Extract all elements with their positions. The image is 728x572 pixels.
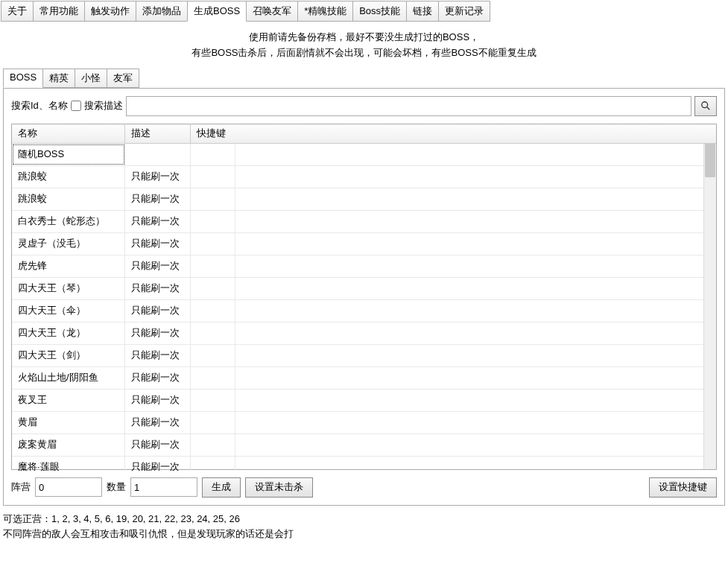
cell-desc: 只能刷一次 (125, 322, 191, 344)
cell-name: 灵虚子（没毛） (12, 233, 125, 255)
cell-desc: 只能刷一次 (125, 166, 191, 188)
cell-name: 废案黄眉 (12, 434, 125, 456)
cell-hotkey (191, 367, 235, 389)
main-tab-3[interactable]: 添加物品 (136, 1, 188, 22)
set-not-killed-button[interactable]: 设置未击杀 (245, 477, 313, 498)
footer-line-2: 不同阵营的敌人会互相攻击和吸引仇恨，但是发现玩家的话还是会打 (3, 527, 725, 542)
table-body: 随机BOSS跳浪蛟只能刷一次跳浪蛟只能刷一次白衣秀士（蛇形态）只能刷一次灵虚子（… (12, 144, 716, 471)
boss-table: 名称 描述 快捷键 随机BOSS跳浪蛟只能刷一次跳浪蛟只能刷一次白衣秀士（蛇形态… (11, 124, 717, 470)
main-tab-2[interactable]: 触发动作 (84, 1, 136, 22)
table-row[interactable]: 废案黄眉只能刷一次 (12, 434, 716, 457)
cell-desc: 只能刷一次 (125, 457, 191, 471)
table-row[interactable]: 夜叉王只能刷一次 (12, 390, 716, 412)
sub-tab-bar: BOSS精英小怪友军 (0, 69, 728, 88)
cell-desc: 只能刷一次 (125, 233, 191, 255)
info-text: 使用前请先备份存档，最好不要没生成打过的BOSS， 有些BOSS击杀后，后面剧情… (0, 22, 728, 69)
camp-input[interactable] (35, 477, 102, 497)
main-tab-1[interactable]: 常用功能 (33, 1, 85, 22)
cell-desc: 只能刷一次 (125, 367, 191, 389)
cell-desc: 只能刷一次 (125, 300, 191, 322)
cell-name: 火焰山土地/阴阳鱼 (12, 367, 125, 389)
cell-name: 四大天王（龙） (12, 322, 125, 344)
count-input[interactable] (130, 477, 197, 497)
cell-hotkey (191, 233, 235, 255)
main-tab-6[interactable]: *精魄技能 (297, 1, 353, 22)
table-row[interactable]: 白衣秀士（蛇形态）只能刷一次 (12, 211, 716, 233)
search-desc-checkbox[interactable] (71, 101, 81, 111)
table-row[interactable]: 黄眉只能刷一次 (12, 412, 716, 434)
table-header: 名称 描述 快捷键 (12, 124, 716, 144)
info-line-1: 使用前请先备份存档，最好不要没生成打过的BOSS， (0, 30, 728, 45)
count-label: 数量 (107, 480, 126, 494)
svg-line-1 (707, 107, 710, 110)
cell-hotkey (191, 457, 235, 471)
cell-hotkey (191, 412, 235, 433)
cell-hotkey (191, 278, 235, 299)
table-row[interactable]: 灵虚子（没毛）只能刷一次 (12, 233, 716, 255)
cell-hotkey (191, 255, 235, 277)
search-id-name-label: 搜索Id、名称 (11, 99, 68, 112)
search-button[interactable] (694, 96, 717, 116)
footer-text: 可选正营：1, 2, 3, 4, 5, 6, 19, 20, 21, 22, 2… (0, 506, 728, 543)
cell-name: 夜叉王 (12, 390, 125, 411)
content-panel: 搜索Id、名称 搜索描述 名称 描述 快捷键 随机BOSS跳浪蛟只能刷一次跳浪蛟… (3, 88, 725, 506)
col-header-hotkey[interactable]: 快捷键 (191, 124, 235, 143)
camp-label: 阵营 (11, 480, 31, 494)
cell-name: 白衣秀士（蛇形态） (12, 211, 125, 232)
set-hotkey-button[interactable]: 设置快捷键 (649, 477, 717, 498)
table-row[interactable]: 四大天王（伞）只能刷一次 (12, 300, 716, 322)
generate-button[interactable]: 生成 (202, 477, 241, 498)
table-row[interactable]: 跳浪蛟只能刷一次 (12, 188, 716, 211)
cell-desc: 只能刷一次 (125, 211, 191, 232)
main-tab-4[interactable]: 生成BOSS (187, 1, 247, 22)
table-row[interactable]: 火焰山土地/阴阳鱼只能刷一次 (12, 367, 716, 390)
main-tab-5[interactable]: 召唤友军 (246, 1, 298, 22)
table-row[interactable]: 四大天王（剑）只能刷一次 (12, 345, 716, 367)
cell-hotkey (191, 188, 235, 210)
col-header-desc[interactable]: 描述 (125, 124, 191, 143)
cell-desc: 只能刷一次 (125, 434, 191, 456)
main-tab-bar: 关于常用功能触发动作添加物品生成BOSS召唤友军*精魄技能Boss技能链接更新记… (0, 0, 728, 22)
cell-hotkey (191, 300, 235, 322)
table-row[interactable]: 魔将·莲眼只能刷一次 (12, 457, 716, 471)
cell-desc (125, 144, 191, 165)
cell-hotkey (191, 211, 235, 232)
footer-line-1: 可选正营：1, 2, 3, 4, 5, 6, 19, 20, 21, 22, 2… (3, 512, 725, 527)
cell-name: 四大天王（剑） (12, 345, 125, 366)
table-row[interactable]: 虎先锋只能刷一次 (12, 255, 716, 278)
cell-name: 虎先锋 (12, 255, 125, 277)
cell-desc: 只能刷一次 (125, 278, 191, 299)
table-row[interactable]: 跳浪蛟只能刷一次 (12, 166, 716, 188)
sub-tab-2[interactable]: 小怪 (75, 69, 107, 88)
cell-name: 四大天王（伞） (12, 300, 125, 322)
sub-tab-3[interactable]: 友军 (107, 69, 139, 88)
search-row: 搜索Id、名称 搜索描述 (11, 96, 717, 116)
main-tab-0[interactable]: 关于 (1, 1, 34, 22)
sub-tab-0[interactable]: BOSS (3, 69, 43, 88)
search-icon (700, 101, 711, 111)
cell-desc: 只能刷一次 (125, 345, 191, 366)
main-tab-7[interactable]: Boss技能 (352, 1, 407, 22)
cell-hotkey (191, 322, 235, 344)
main-tab-8[interactable]: 链接 (406, 1, 439, 22)
col-header-name[interactable]: 名称 (12, 124, 125, 143)
cell-hotkey (191, 166, 235, 188)
cell-hotkey (191, 345, 235, 366)
search-input[interactable] (126, 96, 691, 116)
main-tab-9[interactable]: 更新记录 (438, 1, 490, 22)
table-row[interactable]: 四大天王（琴）只能刷一次 (12, 278, 716, 300)
cell-desc: 只能刷一次 (125, 188, 191, 210)
table-row[interactable]: 随机BOSS (12, 144, 716, 166)
scrollbar[interactable] (703, 144, 716, 469)
scrollbar-thumb[interactable] (705, 144, 715, 177)
cell-desc: 只能刷一次 (125, 255, 191, 277)
cell-desc: 只能刷一次 (125, 412, 191, 433)
table-row[interactable]: 四大天王（龙）只能刷一次 (12, 322, 716, 345)
cell-name: 黄眉 (12, 412, 125, 433)
cell-name: 随机BOSS (12, 144, 125, 165)
cell-hotkey (191, 434, 235, 456)
svg-point-0 (702, 102, 708, 108)
cell-hotkey (191, 144, 235, 165)
sub-tab-1[interactable]: 精英 (42, 69, 75, 88)
cell-name: 魔将·莲眼 (12, 457, 125, 471)
